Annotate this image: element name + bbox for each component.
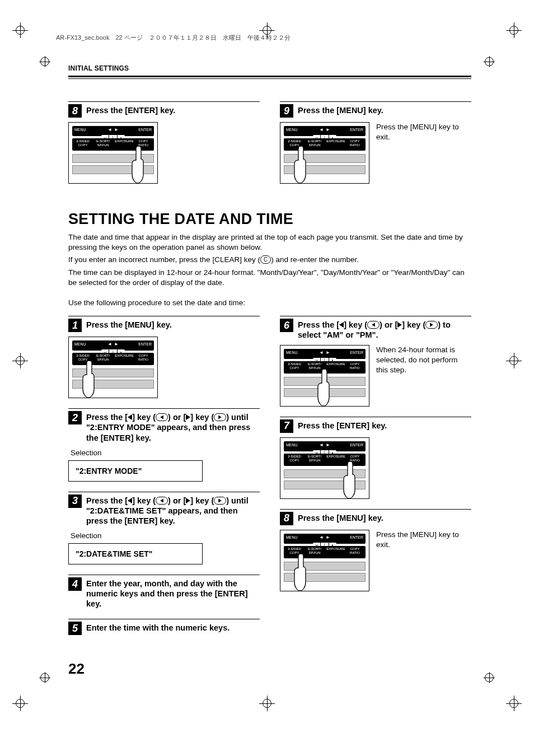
oval-left-icon xyxy=(367,321,380,329)
panel-enter-label: ENTER xyxy=(350,443,363,447)
crop-mark-icon xyxy=(259,696,275,711)
crop-mark-icon xyxy=(484,672,495,683)
panel-enter-label: ENTER xyxy=(350,128,363,132)
step-number: 4 xyxy=(68,577,82,591)
panel-key-label: 2-SIDED COPY xyxy=(285,362,304,372)
section-text: Use the following procedure to set the d… xyxy=(68,298,471,308)
oval-left-icon xyxy=(156,497,168,505)
finger-icon xyxy=(341,460,358,500)
step-number: 8 xyxy=(68,104,82,118)
oval-right-icon xyxy=(425,321,438,329)
left-arrow-icon xyxy=(128,414,132,420)
step-number: 2 xyxy=(68,411,82,424)
keypad-illustration: MENU ◄► ENTER ∨│∧ 2-SIDED COPY E-SORT/ S… xyxy=(280,437,369,499)
step-number: 1 xyxy=(68,319,82,332)
finger-icon xyxy=(292,145,308,184)
lcd-display: "2:ENTRY MODE" xyxy=(68,460,203,482)
section-text: If you enter an incorrect number, press … xyxy=(68,255,471,265)
step-note: Press the [MENU] key to exit. xyxy=(376,122,471,184)
finger-icon xyxy=(129,145,146,184)
crop-mark-icon xyxy=(39,672,50,683)
panel-key-label: E-SORT/ SP.FUN xyxy=(305,455,324,465)
step-note: When 24-hour format is selected, do not … xyxy=(376,345,471,407)
oval-right-icon xyxy=(214,497,226,505)
panel-key-label: 2-SIDED COPY xyxy=(285,455,304,465)
panel-key-label: COPY RATIO xyxy=(345,362,364,372)
keypad-illustration: MENU ◄► ENTER ∨│∧ 2-SIDED COPY E-SORT/ S… xyxy=(68,337,158,398)
step-title: Press the [ENTER] key. xyxy=(86,105,175,115)
section-heading: SETTING THE DATE AND TIME xyxy=(68,211,471,228)
section-text: The date and time that appear in the dis… xyxy=(68,232,471,253)
section-text: The time can be displayed in 12-hour or … xyxy=(68,268,471,288)
selection-label: Selection xyxy=(71,449,260,457)
oval-right-icon xyxy=(214,413,226,421)
finger-icon xyxy=(292,553,308,592)
left-arrow-icon xyxy=(339,322,344,328)
rule xyxy=(68,76,471,79)
panel-menu-label: MENU xyxy=(286,535,298,539)
step-title: Press the [ENTER] key. xyxy=(298,421,387,431)
step-number: 6 xyxy=(280,319,293,332)
step-number: 3 xyxy=(68,494,82,508)
panel-menu-label: MENU xyxy=(286,351,298,354)
running-head: INITIAL SETTINGS xyxy=(68,64,471,72)
step-title: Press the [MENU] key. xyxy=(86,320,172,330)
step-title: Press the [] key () or [] key () until "… xyxy=(86,496,260,526)
keypad-illustration: MENU ◄► ENTER ∨│∧ 2-SIDED COPY E-SORT/ S… xyxy=(68,122,158,184)
step-title: Enter the time with the numeric keys. xyxy=(86,623,229,633)
step-number: 9 xyxy=(280,104,293,118)
step-number: 8 xyxy=(280,512,293,525)
panel-menu-label: MENU xyxy=(286,443,298,447)
keypad-illustration: MENU ◄► ENTER ∨│∧ 2-SIDED COPY E-SORT/ S… xyxy=(280,345,369,407)
crop-mark-icon xyxy=(484,56,495,67)
panel-menu-label: MENU xyxy=(74,342,86,346)
panel-key-label: 2-SIDED COPY xyxy=(73,139,92,150)
step-title: Press the [] key () or [] key () to sele… xyxy=(298,320,471,340)
panel-menu-label: MENU xyxy=(286,128,298,132)
crop-mark-icon xyxy=(506,353,522,368)
crop-mark-icon xyxy=(12,353,28,368)
source-file-header: AR-FX13_sec.book 22 ページ ２００７年１１月２８日 水曜日 … xyxy=(56,34,291,42)
panel-enter-label: ENTER xyxy=(350,535,363,539)
oval-left-icon xyxy=(156,413,168,421)
step-title: Press the [MENU] key. xyxy=(298,105,383,115)
left-arrow-icon xyxy=(128,498,132,503)
crop-mark-icon xyxy=(12,22,28,38)
step-number: 7 xyxy=(280,419,293,433)
panel-key-label: EXPOSURE xyxy=(115,354,134,364)
panel-key-label: E-SORT/ SP.FUN xyxy=(93,139,113,150)
crop-mark-icon xyxy=(506,696,522,711)
lcd-display: "2:DATE&TIME SET" xyxy=(68,543,203,564)
clear-key-icon: C xyxy=(260,255,271,264)
selection-label: Selection xyxy=(71,531,260,540)
panel-enter-label: ENTER xyxy=(138,128,152,132)
step-title: Press the [] key () or [] key () until "… xyxy=(86,412,260,442)
panel-key-label: EXPOSURE xyxy=(326,547,345,557)
panel-menu-label: MENU xyxy=(74,128,86,132)
crop-mark-icon xyxy=(506,22,522,38)
step-note: Press the [MENU] key to exit. xyxy=(376,530,471,591)
page-number: 22 xyxy=(68,660,85,678)
finger-icon xyxy=(315,368,332,407)
keypad-illustration: MENU ◄► ENTER ∨│∧ 2-SIDED COPY E-SORT/ S… xyxy=(280,122,369,184)
panel-key-label: EXPOSURE xyxy=(326,139,345,150)
panel-key-label: COPY RATIO xyxy=(345,139,364,150)
crop-mark-icon xyxy=(12,696,28,711)
panel-enter-label: ENTER xyxy=(350,351,363,354)
keypad-illustration: MENU ◄► ENTER ∨│∧ 2-SIDED COPY E-SORT/ S… xyxy=(280,530,369,591)
panel-key-label: COPY RATIO xyxy=(345,547,364,557)
finger-icon xyxy=(80,360,97,399)
step-title: Press the [MENU] key. xyxy=(298,513,383,523)
crop-mark-icon xyxy=(39,56,50,67)
step-title: Enter the year, month, and day with the … xyxy=(86,578,260,609)
panel-key-label: COPY RATIO xyxy=(134,354,153,364)
step-number: 5 xyxy=(68,622,82,635)
panel-enter-label: ENTER xyxy=(138,342,152,346)
